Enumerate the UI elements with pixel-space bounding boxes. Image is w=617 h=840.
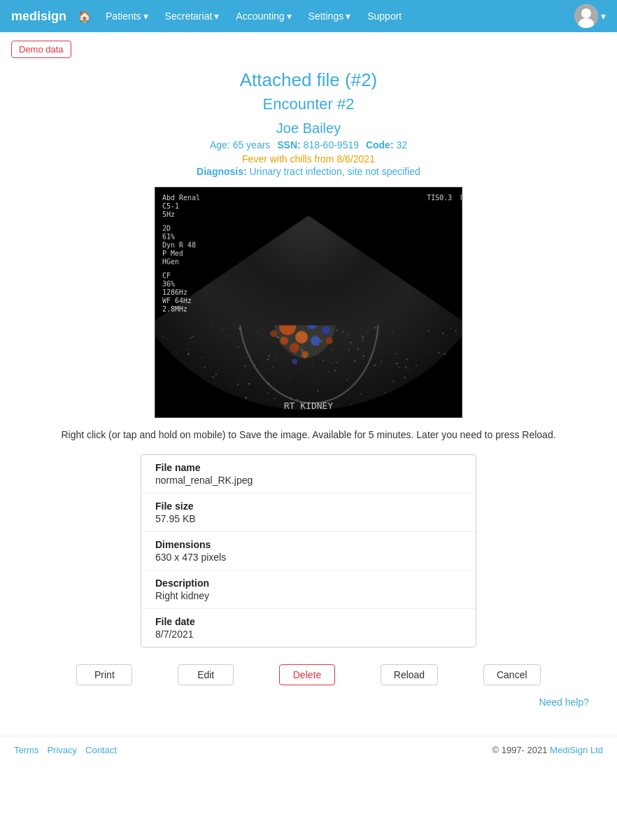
diagnosis-label: Diagnosis: [197,166,247,177]
svg-point-1 [581,8,591,18]
age-label: Age: [210,139,230,150]
nav-support[interactable]: Support [362,8,407,24]
file-info-box: File name normal_renal_RK.jpeg File size… [141,454,476,648]
ultrasound-image-container [14,187,603,418]
nav-secretariat[interactable]: Secretariat ▾ [159,8,225,24]
nav-settings[interactable]: Settings ▾ [303,8,357,24]
description-value: Right kidney [155,590,462,601]
footer-copyright: © 1997- 2021 MediSign Ltd [492,745,604,755]
reload-button[interactable]: Reload [381,664,438,685]
ultrasound-image [155,187,462,418]
nav-accounting[interactable]: Accounting ▾ [230,8,297,24]
footer: Terms Privacy Contact © 1997- 2021 MediS… [0,736,617,764]
file-size-label: File size [155,500,462,512]
demo-data-button[interactable]: Demo data [11,41,71,58]
file-size-value: 57.95 KB [155,513,462,524]
delete-button[interactable]: Delete [279,664,335,685]
action-buttons: Print Edit Delete Reload Cancel [57,664,560,685]
file-name-value: normal_renal_RK.jpeg [155,475,462,486]
encounter-title: Encounter #2 [14,95,603,113]
patient-info: Age: 65 years SSN: 818-60-9519 Code: 32 [14,139,603,150]
navbar: medisign 🏠 Patients ▾ Secretariat ▾ Acco… [0,0,617,32]
diagnosis: Diagnosis: Urinary tract infection, site… [14,166,603,177]
patient-code: 32 [396,139,407,150]
chief-complaint: Fever with chills from 8/6/2021 [14,153,603,164]
save-hint: Right click (or tap and hold on mobile) … [14,429,603,440]
footer-company[interactable]: MediSign Ltd [550,745,603,755]
cancel-button[interactable]: Cancel [483,664,541,685]
brand-logo[interactable]: medisign [11,9,66,24]
patient-ssn: 818-60-9519 [304,139,359,150]
file-size-row: File size 57.95 KB [141,493,476,532]
file-date-label: File date [155,616,462,627]
description-label: Description [155,578,462,589]
dimensions-row: Dimensions 630 x 473 pixels [141,532,476,570]
file-date-row: File date 8/7/2021 [141,609,476,647]
print-button[interactable]: Print [76,664,132,685]
nav-patients[interactable]: Patients ▾ [100,8,154,24]
edit-button[interactable]: Edit [178,664,234,685]
footer-links: Terms Privacy Contact [14,745,117,755]
chevron-down-icon: ▾ [601,10,606,22]
main-content: Attached file (#2) Encounter #2 Joe Bail… [0,69,617,736]
patient-age: 65 years [233,139,271,150]
need-help-link[interactable]: Need help? [539,696,589,708]
file-date-value: 8/7/2021 [155,629,462,640]
user-menu[interactable]: ▾ [574,4,606,28]
code-label: Code: [366,139,394,150]
diagnosis-value: Urinary tract infection, site not specif… [250,166,420,177]
avatar [574,4,598,28]
dimensions-value: 630 x 473 pixels [155,552,462,563]
file-name-row: File name normal_renal_RK.jpeg [141,455,476,493]
file-name-label: File name [155,462,462,473]
dimensions-label: Dimensions [155,539,462,550]
need-help: Need help? [14,696,603,708]
description-row: Description Right kidney [141,570,476,609]
patient-name: Joe Bailey [14,120,603,136]
page-title: Attached file (#2) [14,69,603,91]
footer-privacy[interactable]: Privacy [47,745,77,755]
ssn-label: SSN: [277,139,300,150]
footer-contact[interactable]: Contact [85,745,117,755]
footer-terms[interactable]: Terms [14,745,38,755]
home-icon[interactable]: 🏠 [78,10,92,23]
